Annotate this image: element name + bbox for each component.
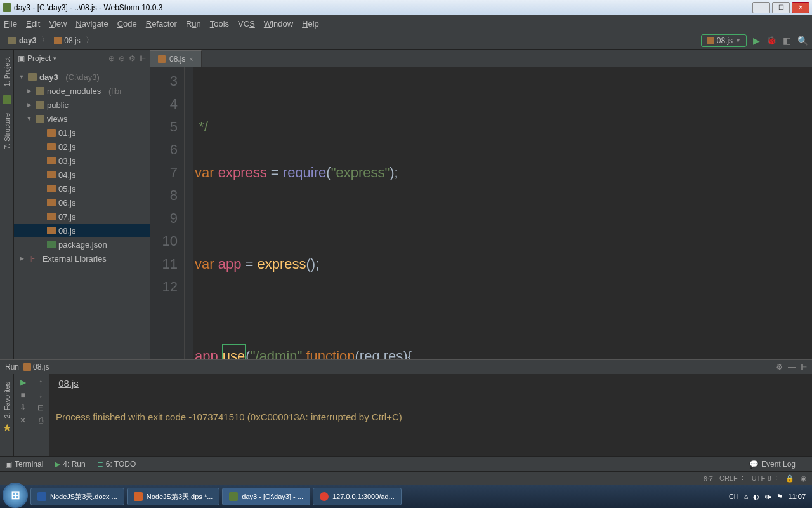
editor-tab-label: 08.js bbox=[169, 55, 185, 64]
breadcrumb-project-label: day3 bbox=[19, 36, 36, 45]
encoding[interactable]: UTF-8 ≑ bbox=[752, 474, 779, 483]
tree-file[interactable]: 01.js bbox=[14, 126, 150, 140]
start-button[interactable]: ⊞ bbox=[3, 483, 28, 508]
stop-icon[interactable]: ◧ bbox=[783, 36, 791, 46]
app-icon bbox=[3, 3, 11, 12]
menu-refactor[interactable]: Refactor bbox=[146, 19, 177, 29]
tab-eventlog[interactable]: 💬Event Log bbox=[749, 460, 796, 469]
task-item-active[interactable]: day3 - [C:\day3] - ... bbox=[222, 488, 310, 505]
tab-favorites[interactable]: 2: Favorites bbox=[2, 378, 12, 422]
tree-file-selected[interactable]: 08.js bbox=[14, 224, 150, 237]
system-tray[interactable]: CH ⌂ ◐ 🕪 ⚑ 11:07 bbox=[729, 493, 809, 501]
project-tree[interactable]: ▼day3 (C:\day3) ▶node_modules (libr ▶pub… bbox=[14, 67, 150, 359]
tree-file[interactable]: 05.js bbox=[14, 182, 150, 196]
minimize-panel-icon[interactable]: — bbox=[788, 363, 796, 371]
tray-icon[interactable]: ⌂ bbox=[744, 493, 749, 500]
tree-views[interactable]: ▼views bbox=[14, 112, 150, 126]
task-item[interactable]: NodeJS第3天.dps *... bbox=[127, 488, 220, 505]
rerun-icon[interactable]: ▶ bbox=[20, 378, 26, 387]
js-file-icon bbox=[54, 37, 62, 44]
run-panel-title: Run bbox=[5, 363, 19, 371]
down-icon[interactable]: ↓ bbox=[39, 391, 43, 399]
tray-icon[interactable]: ⚑ bbox=[776, 493, 783, 501]
menu-run[interactable]: Run bbox=[186, 19, 201, 29]
hide-panel-icon[interactable]: ⊩ bbox=[801, 363, 807, 371]
project-header-label: Project bbox=[27, 54, 51, 63]
gear-icon[interactable]: ⚙ bbox=[776, 363, 783, 371]
inspect-icon[interactable]: ◉ bbox=[801, 474, 807, 483]
menu-edit[interactable]: Edit bbox=[26, 19, 40, 29]
stop-icon[interactable]: ■ bbox=[20, 391, 25, 399]
search-icon[interactable]: 🔍 bbox=[797, 36, 808, 46]
task-item[interactable]: 127.0.0.1:3000/ad... bbox=[313, 488, 402, 505]
run-config-selector[interactable]: 08.js ▼ bbox=[701, 34, 747, 47]
close-icon[interactable]: ✕ bbox=[20, 416, 26, 425]
run-button[interactable]: ▶ bbox=[753, 36, 760, 46]
tree-node-modules[interactable]: ▶node_modules (libr bbox=[14, 84, 150, 98]
line-ending[interactable]: CRLF ≑ bbox=[719, 474, 745, 483]
menu-window[interactable]: Window bbox=[264, 19, 293, 29]
print-icon[interactable]: ⎙ bbox=[39, 416, 43, 425]
dump-icon[interactable]: ⇩ bbox=[20, 403, 26, 412]
breadcrumb-project[interactable]: day3 bbox=[4, 35, 40, 46]
hide-icon[interactable]: ⊩ bbox=[140, 54, 146, 63]
lock-icon[interactable]: 🔒 bbox=[785, 474, 794, 483]
caret-position[interactable]: 6:7 bbox=[704, 475, 713, 483]
tab-terminal[interactable]: ▣Terminal bbox=[5, 460, 43, 469]
tree-public[interactable]: ▶public bbox=[14, 98, 150, 112]
main-area: 1: Project 7: Structure ▣ Project ▾ ⊕ ⊖ … bbox=[0, 50, 812, 359]
tree-root[interactable]: ▼day3 (C:\day3) bbox=[14, 70, 150, 84]
tab-todo[interactable]: ≣6: TODO bbox=[97, 460, 136, 469]
menu-tools[interactable]: Tools bbox=[210, 19, 229, 29]
menu-view[interactable]: View bbox=[49, 19, 67, 29]
close-tab-icon[interactable]: × bbox=[189, 55, 193, 63]
menu-bar: File Edit View Navigate Code Refactor Ru… bbox=[0, 15, 812, 32]
close-button[interactable]: ✕ bbox=[792, 2, 809, 13]
editor-tab[interactable]: 08.js × bbox=[150, 50, 202, 67]
maximize-button[interactable]: ☐ bbox=[772, 2, 790, 13]
menu-code[interactable]: Code bbox=[117, 19, 137, 29]
gear-icon[interactable]: ⚙ bbox=[129, 54, 136, 63]
tree-root-label: day3 bbox=[39, 72, 58, 82]
run-out-file[interactable]: 08.js bbox=[58, 378, 79, 389]
tree-file[interactable]: 02.js bbox=[14, 140, 150, 154]
tree-file[interactable]: 04.js bbox=[14, 168, 150, 182]
collapse-icon[interactable]: ⊕ bbox=[108, 54, 115, 63]
target-icon[interactable]: ⊖ bbox=[119, 54, 125, 63]
source-code[interactable]: */ var express = require("express"); var… bbox=[193, 67, 812, 359]
editor-tabs: 08.js × bbox=[150, 50, 812, 67]
run-output[interactable]: 08.js Process finished with exit code -1… bbox=[49, 374, 812, 456]
run-panel: Run 08.js ⚙ — ⊩ 2: Favorites ★ ▶ ■ ⇩ ✕ ↑… bbox=[0, 359, 812, 456]
tree-file[interactable]: 07.js bbox=[14, 210, 150, 224]
debug-button[interactable]: 🐞 bbox=[766, 36, 776, 45]
task-item[interactable]: NodeJS第3天.docx ... bbox=[30, 488, 124, 505]
project-sidebar: ▣ Project ▾ ⊕ ⊖ ⚙ ⊩ ▼day3 (C:\day3) ▶nod… bbox=[14, 50, 150, 359]
clock[interactable]: 11:07 bbox=[788, 493, 806, 500]
menu-help[interactable]: Help bbox=[302, 19, 319, 29]
tray-icon[interactable]: ◐ bbox=[753, 493, 759, 501]
run-config-label: 08.js bbox=[717, 36, 733, 45]
run-toolbar-left: ▶ ■ ⇩ ✕ bbox=[14, 374, 32, 456]
fold-column[interactable] bbox=[185, 67, 193, 359]
editor-area: 08.js × 3456789101112 */ var express = r… bbox=[150, 50, 812, 359]
minimize-button[interactable]: — bbox=[752, 2, 770, 13]
tab-project[interactable]: 1: Project bbox=[2, 53, 12, 90]
tree-file[interactable]: 03.js bbox=[14, 154, 150, 168]
run-panel-header: Run 08.js ⚙ — ⊩ bbox=[0, 360, 812, 374]
menu-navigate[interactable]: Navigate bbox=[75, 19, 108, 29]
tab-structure[interactable]: 7: Structure bbox=[2, 109, 12, 153]
breadcrumb-file[interactable]: 08.js bbox=[50, 35, 84, 46]
tab-run[interactable]: ▶4: Run bbox=[55, 460, 85, 469]
wrap-icon[interactable]: ⊟ bbox=[37, 403, 44, 412]
tree-file[interactable]: package.json bbox=[14, 237, 150, 251]
tree-ext-lib[interactable]: ▶⊪ External Libraries bbox=[14, 251, 150, 265]
tray-icon[interactable]: 🕪 bbox=[764, 493, 771, 500]
menu-file[interactable]: File bbox=[4, 19, 17, 29]
ime-indicator[interactable]: CH bbox=[729, 493, 739, 500]
line-gutter: 3456789101112 bbox=[150, 67, 185, 359]
js-file-icon bbox=[158, 55, 166, 63]
code-editor[interactable]: 3456789101112 */ var express = require("… bbox=[150, 67, 812, 359]
up-icon[interactable]: ↑ bbox=[39, 378, 43, 387]
tree-file[interactable]: 06.js bbox=[14, 196, 150, 210]
menu-vcs[interactable]: VCS bbox=[238, 19, 255, 29]
